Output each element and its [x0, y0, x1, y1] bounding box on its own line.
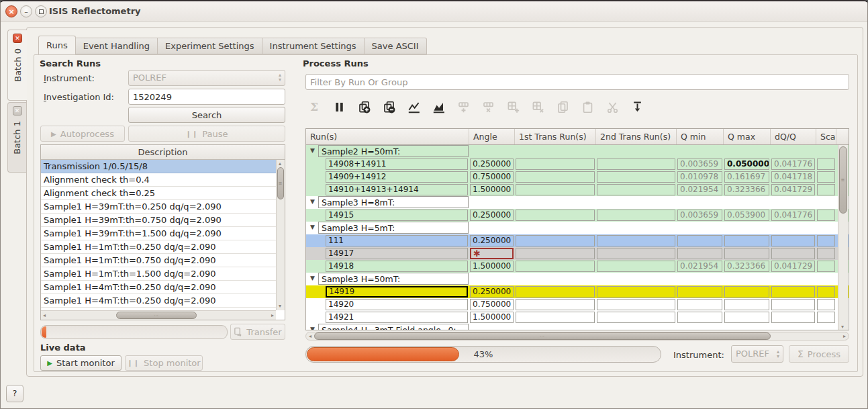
description-horizontal-scrollbar[interactable]: ◂ ⋯ ▸ — [41, 310, 276, 320]
table-cell[interactable] — [817, 235, 835, 246]
description-row[interactable]: Sample1 H=4mT:th=0.250 dq/q=2.090 — [41, 294, 276, 308]
table-cell[interactable]: 0.250000 — [470, 210, 514, 221]
table-cell[interactable] — [724, 286, 769, 298]
scrollbar-thumb[interactable]: ≡ — [277, 167, 284, 199]
search-button[interactable]: Search — [128, 107, 285, 123]
table-run-row[interactable]: 149150.2500000.0036590.0539000.041776 — [306, 209, 849, 222]
group-name-cell[interactable]: Sample2 H=50mT: — [318, 145, 469, 157]
stop-monitor-button[interactable]: ❙❙ Stop monitor — [125, 355, 203, 371]
table-cell[interactable]: 1.500000 — [470, 184, 514, 195]
table-group-row[interactable]: ▼Sample3 H=50mT: — [306, 273, 849, 285]
table-run-row[interactable]: 149200.750000 — [306, 298, 849, 311]
window-close-button[interactable]: × — [5, 5, 17, 17]
table-cell[interactable] — [771, 312, 815, 323]
batch-tab-0[interactable]: ✕Batch 0 — [7, 30, 27, 101]
expand-triangle-icon[interactable]: ▼ — [310, 326, 315, 330]
expand-triangle-icon[interactable]: ▼ — [310, 275, 315, 281]
spinner-arrows-icon[interactable]: ▴▾ — [279, 73, 281, 82]
table-cell[interactable] — [597, 235, 675, 246]
table-cell[interactable] — [597, 171, 675, 183]
start-monitor-button[interactable]: ▶ Start monitor — [40, 355, 122, 371]
description-column-header[interactable]: Description — [41, 145, 285, 160]
copy-toolbar-button[interactable] — [554, 98, 571, 116]
description-row[interactable]: Transmission 1/0.5/15/8 — [41, 160, 276, 173]
table-cell[interactable]: 14917 — [326, 248, 468, 259]
plot-runs-toolbar-button[interactable] — [405, 98, 422, 116]
table-cell[interactable]: 0.323366 — [724, 184, 769, 195]
table-cell[interactable]: 0.050000 — [724, 158, 769, 170]
table-run-row[interactable]: 14910+14913+149141.5000000.0219540.32336… — [306, 183, 849, 196]
pause-search-button[interactable]: ❙❙ Pause — [128, 126, 285, 142]
table-cell[interactable] — [817, 261, 835, 272]
group-name-cell[interactable]: Sample4 H=3mT Field angle=0: — [318, 324, 469, 330]
table-cell[interactable] — [597, 299, 675, 310]
scroll-left-icon[interactable]: ◂ — [309, 334, 311, 339]
column-header-3[interactable]: 2nd Trans Run(s) — [596, 129, 677, 144]
table-cell[interactable] — [817, 286, 835, 298]
expand-triangle-icon[interactable]: ▼ — [310, 224, 315, 230]
table-cell[interactable]: 14908+14911 — [326, 158, 468, 170]
table-cell[interactable] — [724, 235, 769, 246]
tab-runs[interactable]: Runs — [38, 36, 76, 54]
pause-toolbar-button[interactable] — [330, 98, 348, 116]
expand-triangle-icon[interactable]: ▼ — [310, 198, 315, 205]
column-header-7[interactable]: Scale — [816, 129, 836, 144]
table-cell[interactable] — [724, 248, 769, 259]
table-group-row[interactable]: ▼Sample2 H=50mT: — [306, 145, 849, 158]
insert-group-toolbar-button[interactable] — [355, 98, 373, 116]
description-row[interactable]: Sample1 H=1mT:th=0.250 dq/q=2.090 — [41, 240, 276, 254]
instrument-combo[interactable]: POLREF ▴▾ — [128, 70, 285, 86]
table-cell[interactable] — [677, 248, 722, 259]
tab-experiment-settings[interactable]: Experiment Settings — [158, 38, 262, 54]
description-row[interactable]: Alignment check th=0.25 — [41, 187, 276, 200]
table-cell[interactable]: 0.041729 — [771, 261, 815, 272]
table-cell[interactable] — [597, 184, 675, 195]
table-cell[interactable]: 0.041776 — [771, 210, 815, 221]
delete-row-toolbar-button[interactable] — [479, 98, 497, 116]
table-cell[interactable]: 0.323366 — [724, 261, 769, 272]
table-cell[interactable]: 14915 — [326, 210, 468, 221]
table-cell[interactable] — [516, 312, 595, 323]
table-run-row[interactable]: 14909+149120.7500000.0109780.1616970.041… — [306, 171, 849, 183]
column-header-6[interactable]: dQ/Q — [771, 129, 816, 144]
table-cell[interactable]: 0.750000 — [470, 171, 514, 183]
description-row[interactable]: Alignment check th=0.4 — [41, 173, 276, 187]
table-vertical-scrollbar[interactable]: ≡ ▾ — [838, 145, 848, 330]
table-cell[interactable]: 1.500000 — [470, 312, 514, 323]
column-header-4[interactable]: Q min — [677, 129, 724, 144]
table-cell[interactable]: 0.750000 — [470, 299, 514, 310]
table-cell[interactable]: 14919 — [326, 286, 468, 298]
table-cell[interactable]: 0.041718 — [771, 171, 815, 183]
table-cell[interactable] — [677, 312, 722, 323]
collapse-all-toolbar-button[interactable] — [628, 98, 646, 116]
table-cell[interactable] — [724, 312, 769, 323]
table-cell[interactable] — [817, 248, 835, 259]
table-group-row[interactable]: ▼Sample3 H=8mT: — [306, 196, 849, 209]
table-cell[interactable]: 0.053900 — [724, 210, 769, 221]
table-cell[interactable] — [771, 235, 815, 246]
paste-toolbar-button[interactable] — [579, 98, 596, 116]
filter-input[interactable] — [305, 74, 849, 90]
table-cell[interactable] — [771, 248, 815, 259]
cut-toolbar-button[interactable] — [604, 98, 621, 116]
table-cell[interactable] — [516, 184, 595, 195]
table-cell[interactable]: 0.010978 — [677, 171, 722, 183]
table-run-row[interactable]: 149181.5000000.0219540.3233660.041729 — [306, 260, 849, 273]
table-cell[interactable] — [597, 261, 675, 272]
table-cell[interactable] — [817, 158, 835, 170]
transfer-button[interactable]: Transfer — [230, 324, 285, 340]
description-row[interactable]: Sample1 H=39mT:th=0.250 dq/q=2.090 — [41, 200, 276, 214]
scrollbar-thumb[interactable]: ⋯ — [116, 312, 197, 319]
batch-tab-1[interactable]: ✕Batch 1 — [7, 102, 26, 173]
description-row[interactable]: Sample1 H=1mT:th=0.750 dq/q=2.090 — [41, 254, 276, 267]
sigma-toolbar-button[interactable]: Σ — [305, 98, 323, 116]
table-run-row[interactable]: 14917✱ — [306, 247, 849, 260]
tab-save-ascii[interactable]: Save ASCII — [365, 38, 427, 54]
table-cell[interactable]: 0.161697 — [724, 171, 769, 183]
table-cell[interactable]: 111 — [326, 235, 468, 246]
window-minimize-button[interactable]: – — [20, 5, 32, 17]
description-row[interactable]: Sample1 H=4mT:th=0.250 dq/q=2.090 — [41, 281, 276, 294]
scroll-right-icon[interactable]: ▸ — [271, 313, 274, 318]
table-cell[interactable] — [817, 299, 835, 310]
table-cell[interactable]: 0.003659 — [677, 210, 722, 221]
